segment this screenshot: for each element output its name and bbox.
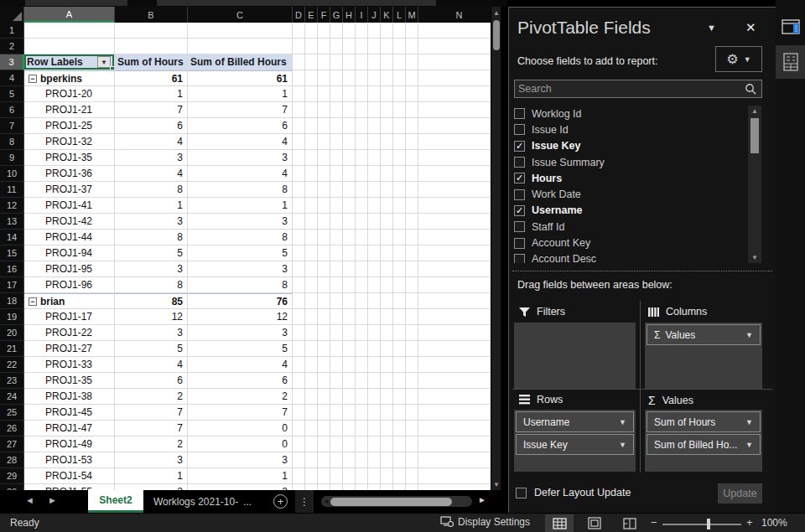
empty-cell[interactable]	[406, 293, 418, 309]
row-header-14[interactable]: 14	[0, 230, 24, 245]
empty-cell[interactable]	[293, 389, 305, 405]
column-header-b[interactable]: B	[115, 7, 188, 23]
empty-cell[interactable]	[330, 293, 343, 309]
empty-cell[interactable]	[343, 23, 356, 39]
empty-cell[interactable]	[343, 230, 356, 245]
empty-cell[interactable]	[393, 293, 406, 309]
empty-cell[interactable]	[393, 39, 406, 54]
empty-cell[interactable]	[305, 293, 318, 309]
empty-cell[interactable]	[393, 405, 406, 421]
empty-cell[interactable]	[305, 373, 318, 389]
item-hours[interactable]: 2	[115, 484, 188, 490]
empty-cell[interactable]	[318, 150, 330, 166]
zoom-in-button[interactable]: +	[746, 516, 753, 529]
item-hours[interactable]: 8	[115, 230, 188, 245]
item-hours[interactable]: 3	[115, 150, 188, 166]
item-hours[interactable]: 3	[115, 261, 188, 277]
chevron-down-icon[interactable]: ▼	[619, 441, 626, 449]
item-billed-hours[interactable]: 6	[188, 118, 293, 134]
empty-cell[interactable]	[330, 134, 343, 150]
item-billed-hours[interactable]: 7	[188, 102, 293, 118]
empty-cell[interactable]	[418, 484, 501, 490]
empty-cell[interactable]	[393, 182, 406, 198]
empty-cell[interactable]	[381, 70, 393, 86]
item-billed-hours[interactable]: 0	[188, 421, 293, 436]
row-header-4[interactable]: 4	[0, 70, 24, 86]
empty-cell[interactable]	[318, 468, 330, 484]
empty-cell[interactable]	[381, 198, 393, 214]
zoom-slider[interactable]	[662, 524, 741, 525]
row-header-16[interactable]: 16	[0, 261, 24, 277]
cell-c1[interactable]	[188, 23, 293, 39]
item-cell-PROJ1-25[interactable]: PROJ1-25	[24, 118, 115, 134]
empty-cell[interactable]	[356, 261, 368, 277]
empty-cell[interactable]	[343, 484, 356, 490]
item-hours[interactable]: 1	[115, 198, 188, 214]
empty-cell[interactable]	[381, 150, 393, 166]
empty-cell[interactable]	[406, 230, 418, 245]
empty-cell[interactable]	[305, 389, 318, 405]
empty-cell[interactable]	[305, 23, 318, 39]
row-header-2[interactable]: 2	[0, 39, 24, 54]
empty-cell[interactable]	[393, 102, 406, 118]
empty-cell[interactable]	[381, 182, 393, 198]
empty-cell[interactable]	[418, 373, 501, 389]
collapse-minus-icon[interactable]: −	[29, 75, 37, 83]
empty-cell[interactable]	[330, 39, 343, 54]
empty-cell[interactable]	[343, 325, 356, 341]
pane-menu-chevron-icon[interactable]: ▼	[707, 23, 716, 33]
empty-cell[interactable]	[356, 23, 368, 39]
row-header-12[interactable]: 12	[0, 198, 24, 214]
empty-cell[interactable]	[330, 341, 343, 357]
empty-cell[interactable]	[305, 421, 318, 436]
column-header-m[interactable]: M	[406, 7, 418, 23]
empty-cell[interactable]	[356, 389, 368, 405]
empty-cell[interactable]	[381, 134, 393, 150]
empty-cell[interactable]	[293, 405, 305, 421]
empty-cell[interactable]	[343, 118, 356, 134]
row-header-29[interactable]: 29	[0, 468, 24, 484]
item-cell-PROJ1-32[interactable]: PROJ1-32	[24, 134, 115, 150]
rows-drop-area[interactable]: Username▼Issue Key▼	[514, 410, 636, 472]
row-header-21[interactable]: 21	[0, 341, 24, 357]
empty-cell[interactable]	[418, 102, 501, 118]
field-item-hours[interactable]: ✓Hours	[514, 170, 744, 186]
empty-cell[interactable]	[418, 134, 501, 150]
empty-cell[interactable]	[330, 309, 343, 325]
row-header-3[interactable]: 3	[0, 54, 24, 70]
column-header-k[interactable]: K	[381, 7, 393, 23]
row-header-25[interactable]: 25	[0, 405, 24, 421]
search-input[interactable]	[518, 80, 736, 97]
empty-cell[interactable]	[318, 134, 330, 150]
empty-cell[interactable]	[305, 70, 318, 86]
field-checkbox[interactable]	[514, 221, 525, 232]
item-billed-hours[interactable]: 2	[188, 389, 293, 405]
item-cell-PROJ1-94[interactable]: PROJ1-94	[24, 245, 115, 261]
empty-cell[interactable]	[368, 39, 381, 54]
empty-cell[interactable]	[318, 198, 330, 214]
empty-cell[interactable]	[305, 230, 318, 245]
empty-cell[interactable]	[343, 357, 356, 373]
empty-cell[interactable]	[293, 118, 305, 134]
empty-cell[interactable]	[381, 261, 393, 277]
item-hours[interactable]: 5	[115, 341, 188, 357]
item-hours[interactable]: 7	[115, 102, 188, 118]
item-billed-hours[interactable]: 3	[188, 150, 293, 166]
empty-cell[interactable]	[418, 198, 501, 214]
empty-cell[interactable]	[343, 421, 356, 436]
empty-cell[interactable]	[381, 452, 393, 468]
column-header-d[interactable]: D	[293, 7, 305, 23]
item-cell-PROJ1-49[interactable]: PROJ1-49	[24, 436, 115, 452]
empty-cell[interactable]	[343, 261, 356, 277]
item-cell-PROJ1-36[interactable]: PROJ1-36	[24, 166, 115, 182]
empty-cell[interactable]	[393, 23, 406, 39]
row-header-17[interactable]: 17	[0, 277, 24, 293]
empty-cell[interactable]	[368, 436, 381, 452]
empty-cell[interactable]	[381, 23, 393, 39]
tab-nav-right-icon[interactable]: ►	[48, 495, 57, 505]
item-cell-PROJ1-37[interactable]: PROJ1-37	[24, 182, 115, 198]
group-hours[interactable]: 85	[115, 293, 188, 309]
empty-cell[interactable]	[368, 118, 381, 134]
row-header-24[interactable]: 24	[0, 389, 24, 405]
empty-cell[interactable]	[406, 150, 418, 166]
